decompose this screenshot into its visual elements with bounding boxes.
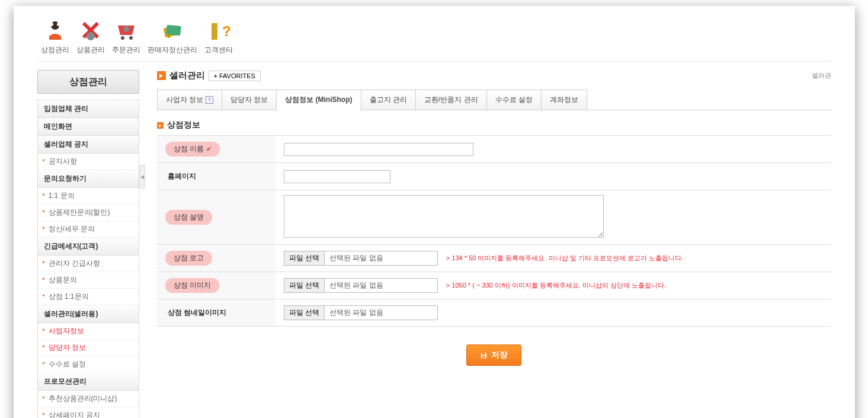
- sidebar-item[interactable]: 상세페이지 공지: [38, 407, 139, 418]
- sidebar-item[interactable]: 상품제안문의(할인): [38, 205, 139, 221]
- svg-point-6: [123, 26, 129, 32]
- label-shop-image: 상점 이미지: [165, 278, 219, 293]
- label-shop-desc: 상점 설명: [165, 210, 212, 225]
- save-bar: 저장: [157, 344, 831, 366]
- sidebar-collapse-handle[interactable]: [139, 165, 145, 189]
- sidebar-item[interactable]: 수수료 설정: [38, 356, 139, 373]
- shop-logo-file[interactable]: 파일 선택 선택된 파일 없음: [284, 251, 438, 266]
- svg-text:?: ?: [222, 23, 230, 39]
- bullet-icon: [157, 122, 164, 129]
- topnav-store[interactable]: 상점관리: [37, 18, 73, 55]
- sidebar-group-head[interactable]: 프로모션관리: [38, 373, 139, 391]
- content: 셀러관리 + FAVORITES 셀러관 사업자 정보 ?담당자 정보상점정보 …: [139, 70, 831, 418]
- save-icon: [480, 352, 488, 359]
- cards-icon: [160, 18, 185, 43]
- topnav-settlement[interactable]: 판매자정산관리: [144, 18, 201, 55]
- save-label: 저장: [491, 350, 508, 360]
- sidebar-item[interactable]: 정산/세무 문의: [38, 221, 139, 238]
- sidebar-group-head[interactable]: 문의요청하기: [38, 170, 139, 188]
- homepage-input[interactable]: [284, 170, 390, 183]
- svg-point-9: [167, 34, 171, 38]
- topnav-cs[interactable]: ? 고객센타: [201, 18, 236, 55]
- topnav-product[interactable]: 상품관리: [73, 18, 108, 55]
- shop-image-file[interactable]: 파일 선택 선택된 파일 없음: [284, 278, 438, 293]
- cancel-icon: [78, 18, 103, 43]
- form-table: 상점 이름 ✔ 홈페이지 상점 설명 상점 로고 파일: [157, 135, 831, 327]
- sidebar-group-head[interactable]: 메인화면: [38, 118, 139, 136]
- label-homepage: 홈페이지: [165, 169, 204, 184]
- required-icon: ✔: [206, 145, 212, 153]
- shop-image-hint: > 1050 * ( ~ 330 이하) 이미지를 등록해주세요. 미니샵의 상…: [446, 281, 666, 290]
- sidebar-group-head[interactable]: 셀러업체 공지: [38, 136, 139, 154]
- sidebar-item[interactable]: 상품문의: [38, 272, 139, 289]
- sidebar-group-head[interactable]: 셀러관리(셀러용): [38, 305, 139, 323]
- topnav-label: 판매자정산관리: [148, 45, 197, 55]
- sidebar-item[interactable]: 추천상품관리(미니샵): [38, 391, 139, 407]
- tabs: 사업자 정보 ?담당자 정보상점정보 (MiniShop)출고지 관리교환/반품…: [157, 90, 831, 110]
- sidebar-item[interactable]: 사업자정보: [38, 323, 139, 340]
- sidebar-item[interactable]: 관리자 긴급사항: [38, 256, 139, 272]
- tab[interactable]: 사업자 정보 ?: [157, 90, 222, 110]
- shop-desc-textarea[interactable]: [284, 195, 604, 238]
- save-button[interactable]: 저장: [466, 344, 521, 366]
- svg-point-1: [50, 23, 53, 26]
- page-header: 셀러관리 + FAVORITES 셀러관: [157, 70, 831, 81]
- sidebar-item[interactable]: 1:1 문의: [38, 188, 139, 205]
- top-nav: 상점관리 상품관리 주문관리 판매자정산관리 ? 고객센타: [37, 18, 831, 62]
- topnav-label: 상점관리: [41, 45, 69, 55]
- tab[interactable]: 담당자 정보: [222, 90, 277, 110]
- favorites-button[interactable]: + FAVORITES: [209, 71, 261, 81]
- arrow-icon: [157, 71, 166, 80]
- svg-point-4: [121, 36, 124, 40]
- cart-icon: [114, 18, 139, 43]
- label-shop-name: 상점 이름 ✔: [165, 142, 220, 157]
- file-select-button[interactable]: 파일 선택: [284, 279, 325, 292]
- sidebar-title-button[interactable]: 상점관리: [37, 70, 139, 94]
- svg-point-2: [57, 23, 60, 26]
- topnav-label: 주문관리: [112, 45, 140, 55]
- sidebar-item[interactable]: 상점 1:1문의: [38, 289, 139, 305]
- label-shop-logo: 상점 로고: [165, 251, 212, 266]
- file-select-button[interactable]: 파일 선택: [284, 251, 325, 265]
- tab[interactable]: 교환/반품지 관리: [415, 90, 487, 110]
- topnav-label: 고객센타: [204, 45, 233, 55]
- file-label: 선택된 파일 없음: [325, 306, 437, 320]
- page-title: 셀러관리: [169, 70, 205, 81]
- sidebar-group-head[interactable]: 긴급메세지(고객): [38, 238, 139, 256]
- topnav-order[interactable]: 주문관리: [108, 18, 144, 55]
- svg-point-5: [129, 36, 133, 40]
- shop-thumb-file[interactable]: 파일 선택 선택된 파일 없음: [284, 305, 438, 320]
- breadcrumb: 셀러관: [812, 71, 831, 80]
- sidebar-item[interactable]: 담당자 정보: [38, 340, 139, 356]
- section-title: 상점정보: [167, 120, 200, 130]
- person-icon: [43, 18, 68, 43]
- question-icon: ?: [206, 18, 231, 43]
- help-icon[interactable]: ?: [206, 96, 213, 104]
- label-shop-thumb: 상점 썸네일이미지: [165, 305, 235, 320]
- file-label: 선택된 파일 없음: [325, 251, 437, 265]
- tab[interactable]: 출고지 관리: [361, 90, 416, 110]
- tab[interactable]: 수수료 설정: [486, 90, 542, 110]
- tab[interactable]: 계좌정보: [541, 90, 587, 110]
- tab[interactable]: 상점정보 (MiniShop): [276, 90, 361, 110]
- svg-rect-10: [212, 23, 217, 40]
- svg-rect-12: [482, 352, 485, 355]
- shop-logo-hint: > 134 * 50 이미지를 등록해주세요. 미니샵 및 기타 프로모션에 로…: [446, 254, 683, 263]
- file-select-button[interactable]: 파일 선택: [284, 306, 325, 320]
- topnav-label: 상품관리: [76, 45, 105, 55]
- file-label: 선택된 파일 없음: [325, 279, 437, 292]
- sidebar-group-head[interactable]: 입점업체 관리: [38, 100, 139, 118]
- svg-point-3: [87, 32, 95, 40]
- svg-rect-8: [166, 25, 181, 36]
- section-title-row: 상점정보: [157, 120, 831, 130]
- sidebar-item[interactable]: 공지사항: [38, 154, 139, 170]
- shop-name-input[interactable]: [284, 143, 473, 156]
- sidebar: 상점관리 입점업체 관리메인화면셀러업체 공지공지사항문의요청하기1:1 문의상…: [37, 70, 139, 418]
- svg-rect-13: [482, 356, 486, 358]
